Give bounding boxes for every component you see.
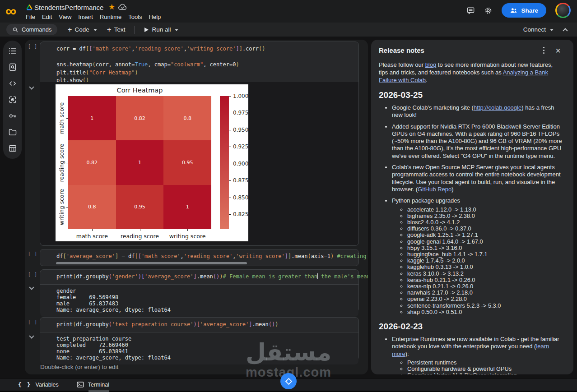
cell-run-gutter[interactable]: [ ] (28, 272, 37, 277)
output-line: none 65.038941 (56, 348, 354, 355)
collapse-header-icon[interactable] (563, 28, 568, 33)
horizontal-scrollbar[interactable] (56, 262, 247, 264)
release-note-subitem: huggingface_hub 1.4.1 -> 1.7.1 (407, 251, 563, 258)
collapse-output-icon[interactable] (29, 333, 34, 338)
release-note-subitem: google-genai 1.64.0 -> 1.67.0 (407, 239, 563, 245)
chevron-down-icon[interactable] (550, 29, 554, 31)
user-avatar[interactable] (555, 3, 571, 18)
code-line: print(df.groupby('gender')['average_scor… (56, 273, 354, 281)
app-header: ∞ StendentsPerformance ★ File Edit View … (0, 0, 577, 23)
add-text-label: Text (114, 26, 126, 33)
add-text-button[interactable]: + Text (107, 25, 126, 34)
bottom-scrollbar-thumb[interactable] (88, 390, 109, 392)
code-line (56, 53, 354, 61)
release-notes-panel: Release notes × Please follow our blog t… (371, 40, 573, 374)
secrets-key-icon[interactable] (8, 111, 17, 120)
code-cell-4[interactable]: print(df.groupby('test preparation cours… (40, 317, 359, 361)
menu-help[interactable]: Help (149, 14, 161, 20)
release-note-item: Colab's new Open Source MCP Server gives… (392, 164, 563, 193)
markdown-placeholder[interactable]: Double-click (or enter) to edit (40, 364, 118, 370)
menu-file[interactable]: File (26, 14, 35, 20)
release-note-subitem: bigframes 2.35.0 -> 2.38.0 (407, 213, 563, 219)
share-button[interactable]: Share (502, 3, 546, 18)
search-icon (12, 27, 19, 33)
release-note-subitem: accelerate 1.12.0 -> 1.13.0 (407, 207, 563, 213)
heatmap-cell: 0.82 (68, 140, 116, 184)
code-editor[interactable]: df['average_score'] = df[['math score','… (40, 249, 358, 263)
notebook-area: [ ] corr = df[['math score','reading sco… (25, 40, 368, 374)
code-editor[interactable]: print(df.groupby('test preparation cours… (40, 318, 358, 332)
colab-logo-icon[interactable]: ∞ (5, 2, 16, 20)
release-notes-link[interactable]: blog (425, 61, 437, 68)
heatmap-cell: 0.95 (163, 140, 211, 184)
release-note-item: Google Colab's marketing site (http://co… (392, 104, 563, 119)
connect-button[interactable]: Connect (523, 26, 554, 33)
data-table-icon[interactable] (8, 144, 17, 153)
code-editor[interactable]: print(df.groupby('gender')['average_scor… (40, 270, 358, 284)
find-replace-icon[interactable] (8, 63, 17, 72)
menu-runtime[interactable]: Runtime (100, 14, 121, 20)
run-all-button[interactable]: Run all (144, 26, 178, 33)
code-cell-2[interactable]: df['average_score'] = df[['math score','… (40, 249, 359, 266)
release-note-subitem: google-adk 1.25.1 -> 1.27.1 (407, 232, 563, 238)
terminal-button[interactable]: Terminal (77, 382, 109, 388)
y-tick-label: reading score (58, 143, 65, 182)
terminal-label: Terminal (88, 382, 109, 388)
code-snippets-icon[interactable] (8, 79, 17, 88)
heatmap-figure: Corr Heatmap 10.820.80.8210.950.80.951ma… (56, 84, 248, 241)
commands-button[interactable]: Commands (6, 24, 57, 35)
release-notes-link[interactable]: GitHub Repo (418, 186, 451, 193)
y-tick-label: writing score (58, 189, 65, 226)
code-line: print(df.groupby('test preparation cours… (56, 321, 354, 329)
scan-eye-icon[interactable] (8, 95, 17, 104)
chevron-down-icon[interactable] (175, 29, 178, 31)
menu-insert[interactable]: Insert (78, 14, 93, 20)
y-tick-label: math score (58, 102, 65, 134)
release-notes-sections: 2026-03-25Google Colab's marketing site … (379, 90, 563, 374)
release-notes-link[interactable]: http://colab.google (474, 104, 521, 111)
code-cell-3[interactable]: print(df.groupby('gender')['average_scor… (40, 269, 359, 313)
code-cell-1[interactable]: corr = df[['math score','reading score',… (40, 42, 359, 246)
cell-run-gutter[interactable]: [ ] (28, 251, 37, 256)
code-line: sns.heatmap(corr, annot=True, cmap="cool… (56, 61, 354, 69)
code-editor[interactable]: corr = df[['math score','reading score',… (40, 42, 358, 88)
run-all-label: Run all (152, 26, 171, 33)
settings-gear-icon[interactable] (484, 6, 493, 15)
output-line: female 69.569498 (56, 294, 354, 300)
cell-run-gutter[interactable]: [ ] (28, 44, 37, 49)
release-notes-link[interactable]: learn more (392, 343, 549, 357)
notebook-title[interactable]: StendentsPerformance (34, 4, 103, 11)
release-note-subitem: keras 3.10.0 -> 3.13.2 (407, 271, 563, 277)
variables-button[interactable]: { } Variables (18, 381, 59, 388)
add-code-button[interactable]: + Code (67, 25, 97, 34)
release-note-subitem: blosc2 4.0.0 -> 4.1.2 (407, 219, 563, 226)
collapse-output-icon[interactable] (29, 84, 34, 89)
table-of-contents-icon[interactable] (8, 46, 17, 55)
star-icon[interactable]: ★ (108, 2, 115, 12)
collapse-output-icon[interactable] (29, 285, 34, 290)
chevron-down-icon[interactable] (93, 29, 97, 31)
cloud-saved-icon (118, 4, 127, 10)
menu-view[interactable]: View (59, 14, 71, 20)
plus-icon: + (107, 25, 112, 34)
commands-label: Commands (22, 26, 51, 33)
heatmap-cell: 0.95 (116, 185, 164, 229)
output-line: male 65.837483 (56, 300, 354, 307)
release-note-subitem: Seamless Vertex AI & BigQuery integratio… (407, 372, 563, 374)
more-options-icon[interactable] (543, 47, 544, 54)
release-note-subitem: sentence-transformers 5.2.3 -> 5.3.0 (407, 303, 563, 309)
cell-run-gutter[interactable]: [ ] (28, 319, 37, 324)
comments-icon[interactable] (466, 6, 475, 15)
heatmap-cell: 0.8 (68, 185, 116, 229)
cell-output-text: genderfemale 69.569498male 65.837483Name… (40, 284, 358, 317)
colorbar-tick-label: 1.000 (233, 93, 248, 99)
menu-tools[interactable]: Tools (128, 14, 142, 20)
release-notes-date: 2026-02-23 (379, 322, 563, 332)
heatmap-cell: 1 (116, 140, 164, 184)
release-notes-link[interactable]: Analyzing a Bank Failure with Colab (379, 69, 548, 83)
close-icon[interactable]: × (555, 47, 561, 54)
menu-edit[interactable]: Edit (42, 14, 52, 20)
release-note-subitem: diffusers 0.36.0 -> 0.37.0 (407, 226, 563, 232)
colorbar (220, 96, 229, 229)
files-folder-icon[interactable] (8, 128, 17, 137)
